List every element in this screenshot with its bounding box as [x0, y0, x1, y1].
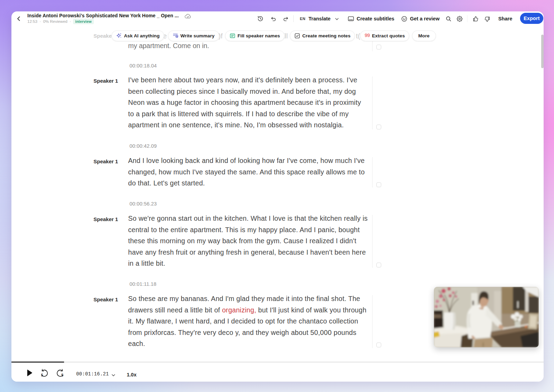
svg-text:5: 5 [41, 373, 43, 377]
svg-text:5: 5 [61, 373, 63, 377]
